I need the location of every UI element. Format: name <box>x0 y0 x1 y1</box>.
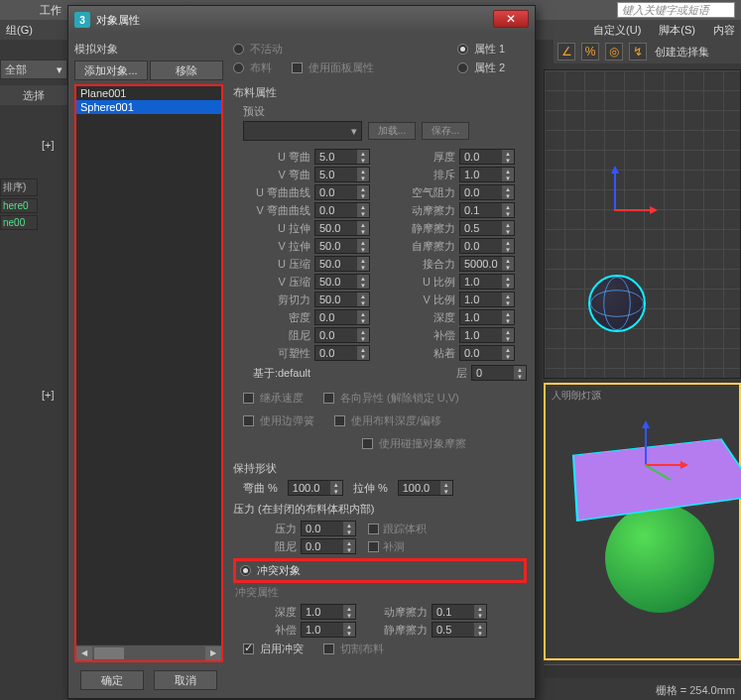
sim-objects-label: 模拟对象 <box>74 42 223 57</box>
coll-statfric-spinner[interactable]: 0.5▲▼ <box>432 622 487 638</box>
param-spinner[interactable]: 0.0▲▼ <box>314 202 370 218</box>
ok-button[interactable]: 确定 <box>80 670 144 690</box>
object-properties-dialog: 3 对象属性 ✕ 模拟对象 添加对象... 移除 Plane001 Sphere… <box>67 5 536 699</box>
check-depth-offset[interactable] <box>334 415 345 426</box>
filter-dropdown[interactable]: 全部 <box>0 59 67 79</box>
param-spinner[interactable]: 0.1▲▼ <box>459 202 515 218</box>
param-spinner[interactable]: 50.0▲▼ <box>314 292 370 307</box>
list-scrollbar[interactable]: ◀ ▶ <box>76 644 221 660</box>
param-spinner[interactable]: 50.0▲▼ <box>314 274 370 290</box>
keep-shape-label: 保持形状 <box>233 461 527 476</box>
param-spinner[interactable]: 0.0▲▼ <box>459 149 515 165</box>
check-inherit-vel[interactable] <box>243 393 254 404</box>
list-item[interactable]: Plane001 <box>76 86 221 100</box>
tab-sort[interactable]: 排序) <box>0 178 38 196</box>
param-spinner[interactable]: 50.0▲▼ <box>314 220 370 236</box>
param-spinner[interactable]: 0.0▲▼ <box>314 345 370 361</box>
param-spinner[interactable]: 0.0▲▼ <box>314 184 370 200</box>
toolbar-icons: ∠ % ◎ ↯ 创建选择集 <box>554 40 741 63</box>
check-edge-spring[interactable] <box>243 415 254 426</box>
tab-ne[interactable]: ne00 <box>0 215 38 230</box>
gizmo-axis[interactable] <box>574 170 654 249</box>
param-spinner[interactable]: 0.5▲▼ <box>459 220 515 236</box>
viewport-top[interactable] <box>544 69 741 379</box>
search-input[interactable]: 键入关键字或短语 <box>617 2 735 18</box>
object-listbox[interactable]: Plane001 Sphere001 ◀ ▶ <box>74 84 223 662</box>
timeline-ruler[interactable] <box>544 664 741 678</box>
stretch-pct-spinner[interactable]: 100.0▲▼ <box>398 480 453 496</box>
menu-group[interactable]: 组(G) <box>6 23 33 38</box>
viewport-perspective[interactable]: 人明朗灯源 <box>544 383 741 660</box>
coll-offset-spinner[interactable]: 1.0▲▼ <box>301 622 356 638</box>
dialog-titlebar[interactable]: 3 对象属性 ✕ <box>68 6 535 34</box>
bend-pct-spinner[interactable]: 100.0▲▼ <box>288 480 343 496</box>
check-usefacecloth[interactable] <box>292 62 303 73</box>
param-spinner[interactable]: 5.0▲▼ <box>314 167 370 182</box>
status-grid: 栅格 = 254.0mm <box>656 683 735 698</box>
scroll-left-icon[interactable]: ◀ <box>76 646 92 660</box>
menu-content[interactable]: 内容 <box>713 23 735 38</box>
tab-work[interactable]: 工作 <box>40 3 62 18</box>
path-icon[interactable]: ↯ <box>629 43 647 60</box>
check-track-vol[interactable] <box>368 524 379 534</box>
param-spinner[interactable]: 5.0▲▼ <box>314 149 370 165</box>
add-object-button[interactable]: 添加对象... <box>74 60 148 80</box>
dialog-right-pane: 不活动 布料 使用面板属性 属性 1 属性 2 布料属性 预设 加载... 保存… <box>229 34 535 698</box>
param-spinner[interactable]: 1.0▲▼ <box>459 292 515 307</box>
create-sel-label[interactable]: 创建选择集 <box>655 45 709 59</box>
tab-here[interactable]: here0 <box>0 198 38 213</box>
param-spinner[interactable]: 0.0▲▼ <box>459 238 515 254</box>
menu-script[interactable]: 脚本(S) <box>659 23 695 38</box>
param-spinner[interactable]: 1.0▲▼ <box>459 309 515 325</box>
param-spinner[interactable]: 1.0▲▼ <box>459 327 515 343</box>
cloth-props-label: 布料属性 <box>233 85 527 100</box>
radio-collision-obj[interactable] <box>240 565 251 576</box>
scroll-thumb[interactable] <box>94 647 124 659</box>
radio-cloth[interactable] <box>233 62 244 73</box>
param-spinner[interactable]: 0.0▲▼ <box>459 184 515 200</box>
viewport-label: 人明朗灯源 <box>552 389 601 403</box>
param-spinner[interactable]: 1.0▲▼ <box>459 274 515 290</box>
close-button[interactable]: ✕ <box>493 10 529 28</box>
param-spinner[interactable]: 0.0▲▼ <box>314 327 370 343</box>
percent-icon[interactable]: % <box>581 43 599 60</box>
collision-obj-highlight: 冲突对象 <box>233 558 527 583</box>
layer-spinner[interactable]: 0▲▼ <box>471 365 527 381</box>
save-preset-button[interactable]: 保存... <box>422 122 469 140</box>
radio-prop1[interactable] <box>457 44 468 55</box>
list-item[interactable]: Sphere001 <box>76 100 221 114</box>
angle-icon[interactable]: ∠ <box>557 43 575 60</box>
param-spinner[interactable]: 0.0▲▼ <box>459 345 515 361</box>
menu-custom[interactable]: 自定义(U) <box>593 23 641 38</box>
coll-dynfric-spinner[interactable]: 0.1▲▼ <box>432 604 487 620</box>
target-icon[interactable]: ◎ <box>605 43 623 60</box>
coll-depth-spinner[interactable]: 1.0▲▼ <box>301 604 356 620</box>
check-coll-friction[interactable] <box>362 438 373 449</box>
select-label: 选择 <box>0 85 67 105</box>
preset-combo[interactable] <box>243 121 362 141</box>
param-spinner[interactable]: 50.0▲▼ <box>314 238 370 254</box>
scroll-right-icon[interactable]: ▶ <box>205 646 221 660</box>
cancel-button[interactable]: 取消 <box>154 670 217 690</box>
check-patch[interactable] <box>368 541 379 552</box>
dialog-title: 对象属性 <box>96 13 140 28</box>
gizmo-axis-persp[interactable] <box>605 424 684 504</box>
param-spinner[interactable]: 5000.0▲▼ <box>459 256 515 272</box>
remove-object-button[interactable]: 移除 <box>150 60 223 80</box>
radio-inactive[interactable] <box>233 44 244 55</box>
check-enable-coll[interactable] <box>243 643 254 654</box>
pressure-spinner[interactable]: 0.0▲▼ <box>301 521 356 536</box>
pressure-label: 压力 (在封闭的布料体积内部) <box>233 502 527 517</box>
check-cut-cloth[interactable] <box>323 643 334 654</box>
check-aniso[interactable] <box>323 393 334 404</box>
load-preset-button[interactable]: 加载... <box>368 122 416 140</box>
viewport-marker-1[interactable]: [+] <box>42 139 55 151</box>
damp-spinner[interactable]: 0.0▲▼ <box>301 538 356 554</box>
viewport-marker-2[interactable]: [+] <box>42 389 55 401</box>
param-spinner[interactable]: 50.0▲▼ <box>314 256 370 272</box>
shaded-sphere[interactable] <box>605 504 714 613</box>
wireframe-sphere[interactable] <box>588 275 646 332</box>
param-spinner[interactable]: 1.0▲▼ <box>459 167 515 182</box>
radio-prop2[interactable] <box>457 62 468 73</box>
param-spinner[interactable]: 0.0▲▼ <box>314 309 370 325</box>
